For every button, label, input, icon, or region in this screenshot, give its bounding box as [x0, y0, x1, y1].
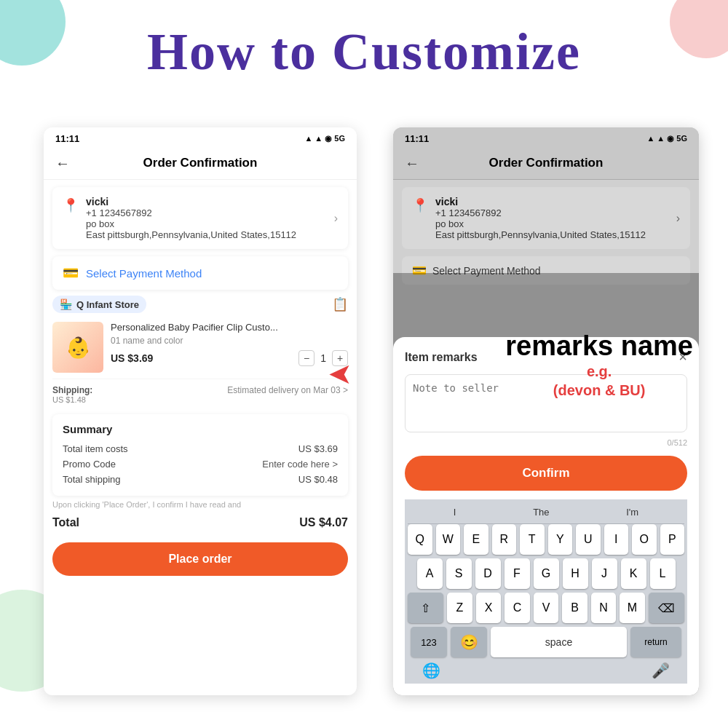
address-card-left[interactable]: 📍 vicki +1 1234567892 po box East pittsb… [52, 187, 348, 249]
location-icon-right: 📍 [412, 197, 428, 213]
key-return[interactable]: return [630, 627, 681, 657]
status-bar-left: 11:11 ▲ ▲ ◉ 5G [44, 127, 357, 150]
total-row-left: Total US $4.07 [52, 512, 348, 534]
key-123[interactable]: 123 [411, 627, 447, 657]
key-v[interactable]: V [534, 593, 559, 623]
shipping-label-left: Shipping: [52, 385, 92, 395]
product-row-left: 👶 Personalized Baby Pacifier Clip Custo.… [52, 316, 348, 379]
key-emoji[interactable]: 😊 [451, 627, 487, 657]
keyboard-suggestions: I The I'm [408, 504, 684, 524]
key-x[interactable]: X [476, 593, 502, 623]
key-backspace[interactable]: ⌫ [649, 593, 684, 623]
remarks-eg-label: e.g. [505, 362, 693, 381]
key-j[interactable]: J [592, 558, 617, 589]
header-title-right: Order Confirmation [489, 156, 604, 170]
key-m[interactable]: M [620, 593, 645, 623]
confirm-button[interactable]: Confirm [405, 456, 687, 491]
payment-card-left[interactable]: 💳 Select Payment Method [52, 256, 348, 290]
suggest-im[interactable]: I'm [626, 507, 638, 518]
key-f[interactable]: F [505, 558, 530, 589]
key-y[interactable]: Y [548, 524, 573, 555]
key-q[interactable]: Q [408, 524, 432, 555]
page-title: How to Customize [0, 22, 728, 82]
total-shipping-value-left: US $0.48 [298, 474, 338, 485]
address-phone-left: +1 1234567892 [86, 207, 327, 218]
qty-num-left: 1 [320, 352, 326, 364]
key-z[interactable]: Z [447, 593, 472, 623]
remarks-eg-example: (devon & BU) [505, 381, 693, 400]
total-shipping-label-left: Total shipping [63, 474, 121, 485]
qty-minus-left[interactable]: − [298, 350, 314, 366]
address-name-left: vicki [86, 196, 327, 207]
keyboard-mic-icon[interactable]: 🎤 [652, 662, 670, 679]
address-city-left: East pittsburgh,Pennsylvania,United Stat… [86, 229, 327, 240]
address-chevron-left: › [334, 212, 338, 225]
key-a[interactable]: A [417, 558, 443, 589]
payment-icon-left: 💳 [63, 265, 79, 281]
status-time-left: 11:11 [55, 133, 79, 144]
suggest-i[interactable]: I [454, 507, 456, 518]
key-n[interactable]: N [591, 593, 617, 623]
payment-text-left: Select Payment Method [86, 267, 202, 280]
key-c[interactable]: C [505, 593, 530, 623]
keyboard-row2: A S D F G H J K L [408, 558, 684, 589]
back-button-right[interactable]: ← [405, 155, 419, 172]
key-u[interactable]: U [576, 524, 601, 555]
keyboard: I The I'm Q W E R T Y U I O P A [405, 499, 687, 684]
address-info-right: vicki +1 1234567892 po box East pittsbur… [435, 196, 669, 240]
disclaimer-text-left: Upon clicking 'Place Order', I confirm I… [52, 500, 348, 509]
key-shift[interactable]: ⇧ [408, 593, 443, 623]
key-e[interactable]: E [464, 524, 488, 555]
note-icon-left[interactable]: 📋 [332, 296, 348, 312]
key-l[interactable]: L [650, 558, 676, 589]
product-price-row-left: US $3.69 − 1 + [111, 350, 348, 366]
back-button-left[interactable]: ← [55, 155, 70, 172]
status-bar-right: 11:11 ▲ ▲ ◉ 5G [393, 127, 699, 150]
char-count: 0/512 [405, 438, 687, 447]
header-title-left: Order Confirmation [143, 156, 258, 170]
key-d[interactable]: D [475, 558, 501, 589]
key-space[interactable]: space [491, 627, 627, 657]
item-costs-value-left: US $3.69 [298, 443, 338, 454]
total-value-left: US $4.07 [299, 516, 348, 529]
key-s[interactable]: S [446, 558, 472, 589]
product-variant-left: 01 name and color [111, 336, 348, 346]
modal-title: Item remarks [405, 351, 478, 364]
keyboard-row3: ⇧ Z X C V B N M ⌫ [408, 593, 684, 623]
key-t[interactable]: T [520, 524, 545, 555]
place-order-button-left[interactable]: Place order [52, 542, 348, 576]
shipping-row-left: Shipping: US $1.48 Estimated delivery on… [52, 379, 348, 410]
key-r[interactable]: R [492, 524, 517, 555]
right-phone-screenshot: 11:11 ▲ ▲ ◉ 5G ← Order Confirmation 📍 vi… [393, 127, 699, 695]
store-icon-left: 🏪 [60, 298, 72, 310]
address-name-right: vicki [435, 196, 669, 207]
arrow-annotation: ➤ [328, 357, 352, 390]
store-badge-left[interactable]: 🏪 Q Infant Store [52, 296, 146, 313]
remarks-annotation: remarks name e.g. (devon & BU) [505, 331, 693, 400]
key-k[interactable]: K [621, 558, 646, 589]
key-h[interactable]: H [563, 558, 588, 589]
location-icon-left: 📍 [63, 197, 79, 213]
store-name-left: Q Infant Store [76, 299, 139, 310]
address-chevron-right: › [676, 212, 680, 225]
order-confirmation-header-right: ← Order Confirmation [393, 150, 699, 180]
key-p[interactable]: P [660, 524, 685, 555]
summary-item-costs-left: Total item costs US $3.69 [63, 441, 338, 456]
key-o[interactable]: O [632, 524, 657, 555]
product-image-left: 👶 [52, 322, 103, 373]
key-w[interactable]: W [436, 524, 461, 555]
key-g[interactable]: G [534, 558, 559, 589]
promo-label-left: Promo Code [63, 459, 116, 470]
suggest-the[interactable]: The [533, 507, 549, 518]
keyboard-globe-icon[interactable]: 🌐 [422, 662, 440, 679]
keyboard-bottom-row: 123 😊 space return [408, 627, 684, 657]
address-card-right[interactable]: 📍 vicki +1 1234567892 po box East pittsb… [402, 187, 690, 249]
promo-value-left: Enter code here > [262, 459, 338, 470]
address-phone-right: +1 1234567892 [435, 207, 669, 218]
key-b[interactable]: B [562, 593, 587, 623]
item-costs-label-left: Total item costs [63, 443, 128, 454]
address-info-left: vicki +1 1234567892 po box East pittsbur… [86, 196, 327, 240]
summary-promo-left[interactable]: Promo Code Enter code here > [63, 456, 338, 472]
address-city-right: East pittsburgh,Pennsylvania,United Stat… [435, 229, 669, 240]
key-i[interactable]: I [604, 524, 629, 555]
